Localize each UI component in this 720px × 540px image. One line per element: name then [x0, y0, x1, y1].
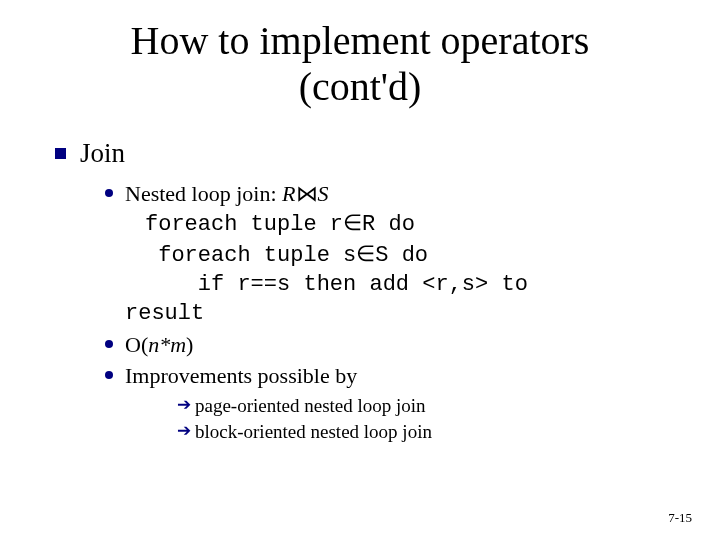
square-bullet-icon — [55, 148, 66, 159]
sub-list: ➔ page-oriented nested loop join ➔ block… — [177, 394, 665, 444]
arrow-icon: ➔ — [177, 420, 191, 442]
dot-bullet-icon — [105, 340, 113, 348]
bullet-list: Nested loop join: R⋈S foreach tuple r∈R … — [105, 179, 665, 445]
rel-S: S — [318, 181, 329, 206]
slide: How to implement operators (cont'd) Join… — [0, 0, 720, 540]
nested-loop-label: Nested loop join: — [125, 181, 282, 206]
code-line-1b: R do — [362, 212, 415, 237]
list-item: O(n*m) — [105, 330, 665, 359]
element-of-icon: ∈ — [343, 210, 362, 235]
bigO-post: ) — [186, 332, 193, 357]
slide-title: How to implement operators (cont'd) — [55, 18, 665, 110]
bigO-nm: n*m — [148, 332, 186, 357]
code-line-2a: foreach tuple s — [145, 243, 356, 268]
list-item-body: Improvements possible by — [125, 361, 357, 390]
section-label: Join — [80, 138, 125, 169]
rel-R: R — [282, 181, 295, 206]
code-block: foreach tuple r∈R do foreach tuple s∈S d… — [145, 208, 528, 299]
dot-bullet-icon — [105, 371, 113, 379]
section-row: Join — [55, 138, 665, 169]
code-line-2b: S do — [375, 243, 428, 268]
title-line-2: (cont'd) — [299, 64, 422, 109]
arrow-icon: ➔ — [177, 394, 191, 416]
code-line-3: if r==s then add <r,s> to — [145, 272, 528, 297]
sub-item-label: page-oriented nested loop join — [195, 394, 426, 419]
bigO-pre: O( — [125, 332, 148, 357]
slide-number: 7-15 — [668, 510, 692, 526]
sub-item-label: block-oriented nested loop join — [195, 420, 432, 445]
code-line-1a: foreach tuple r — [145, 212, 343, 237]
list-item: Improvements possible by — [105, 361, 665, 390]
code-line-4: result — [125, 299, 528, 328]
list-item: Nested loop join: R⋈S foreach tuple r∈R … — [105, 179, 665, 328]
sub-list-item: ➔ block-oriented nested loop join — [177, 420, 665, 445]
element-of-icon: ∈ — [356, 241, 375, 266]
dot-bullet-icon — [105, 189, 113, 197]
sub-list-item: ➔ page-oriented nested loop join — [177, 394, 665, 419]
join-icon: ⋈ — [296, 181, 318, 206]
list-item-body: O(n*m) — [125, 330, 193, 359]
list-item-body: Nested loop join: R⋈S foreach tuple r∈R … — [125, 179, 528, 328]
title-line-1: How to implement operators — [131, 18, 590, 63]
